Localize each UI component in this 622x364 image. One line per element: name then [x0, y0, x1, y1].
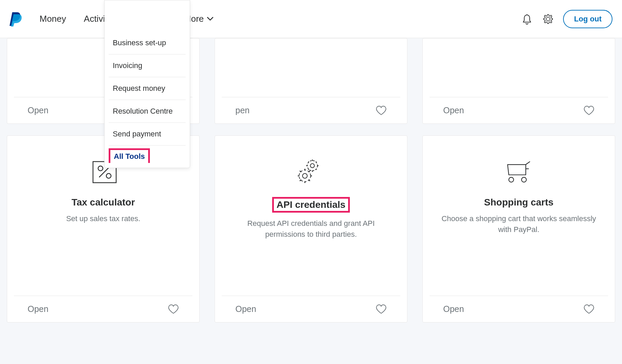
dropdown-resolution-centre[interactable]: Resolution Centre [109, 100, 186, 123]
tool-card-shopping-carts: Shopping carts Choose a shopping cart th… [422, 135, 615, 322]
card-title: Shopping carts [484, 197, 554, 208]
notifications-button[interactable] [521, 13, 533, 25]
gears-icon [297, 160, 325, 185]
settings-button[interactable] [542, 13, 554, 25]
svg-point-6 [302, 173, 307, 178]
heart-icon[interactable] [376, 304, 387, 314]
dropdown-invoicing[interactable]: Invoicing [109, 54, 186, 77]
open-link[interactable]: Open [235, 304, 256, 314]
svg-point-8 [509, 177, 514, 182]
chevron-down-icon [207, 17, 213, 21]
dropdown-send-payment[interactable]: Send payment [109, 123, 186, 146]
open-link[interactable]: Open [28, 105, 48, 115]
dropdown-business-setup[interactable]: Business set-up [109, 32, 186, 54]
svg-point-1 [98, 166, 103, 171]
svg-point-2 [106, 173, 111, 178]
card-footer: Open [222, 296, 400, 322]
api-credentials-highlight: API credentials [272, 197, 350, 213]
card-description: Request API credentials and grant API pe… [225, 218, 397, 240]
heart-icon[interactable] [584, 304, 594, 314]
svg-point-4 [310, 164, 314, 168]
paypal-logo[interactable] [10, 12, 22, 27]
card-title: Tax calculator [72, 197, 135, 208]
gear-icon [543, 14, 553, 24]
card-row-partial: Open pen Open [7, 38, 615, 135]
card-footer: Open [14, 296, 192, 322]
heart-icon[interactable] [584, 106, 594, 115]
open-link[interactable]: Open [443, 304, 464, 314]
logout-button[interactable]: Log out [563, 10, 612, 28]
paypal-logo-icon [10, 12, 22, 27]
card-description: Set up sales tax rates. [63, 213, 144, 224]
tool-card-partial-3: Open [422, 38, 615, 124]
heart-icon[interactable] [168, 304, 179, 314]
open-link[interactable]: pen [235, 105, 250, 115]
open-link[interactable]: Open [443, 105, 464, 115]
content: Open pen Open [0, 38, 622, 322]
card-footer: Open [430, 97, 608, 123]
tool-card-partial-2: pen [215, 38, 407, 124]
tools-dropdown: Business set-up Invoicing Request money … [104, 0, 190, 168]
dropdown-request-money[interactable]: Request money [109, 77, 186, 100]
card-body [423, 38, 615, 97]
open-link[interactable]: Open [28, 304, 48, 314]
bell-icon [522, 14, 532, 24]
card-row-2: Tax calculator Set up sales tax rates. O… [7, 135, 615, 322]
header-right: Log out [521, 10, 612, 28]
card-body: API credentials Request API credentials … [215, 136, 407, 296]
shopping-cart-icon [505, 160, 532, 185]
dropdown-all-tools[interactable]: All Tools [109, 148, 150, 163]
card-footer: pen [222, 97, 400, 123]
card-title: API credentials [277, 199, 345, 210]
card-body: Shopping carts Choose a shopping cart th… [423, 136, 615, 296]
card-footer: Open [430, 296, 608, 322]
svg-point-9 [522, 177, 526, 182]
nav-money[interactable]: Money [38, 11, 67, 27]
card-description: Choose a shopping cart that works seamle… [433, 213, 605, 235]
card-body [215, 38, 407, 97]
header: Money Activity Tools More Log out [0, 0, 622, 38]
tool-card-api-credentials: API credentials Request API credentials … [215, 135, 407, 322]
heart-icon[interactable] [376, 106, 387, 115]
